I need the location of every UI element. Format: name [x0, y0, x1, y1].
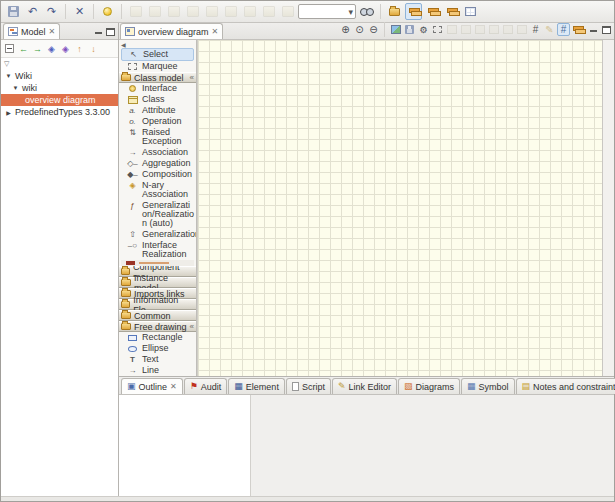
palette-tool-operation[interactable]: o. Operation [119, 116, 196, 127]
expander-icon[interactable]: ▶ [5, 109, 12, 116]
palette-tool-interface-realization[interactable]: –○ Interface Realization [119, 240, 196, 260]
edit-style-button[interactable]: ✎ [543, 23, 556, 36]
show-grid-button[interactable]: # [529, 23, 542, 36]
palette-tool-class[interactable]: Class [119, 94, 196, 105]
minimize-button[interactable] [589, 25, 598, 34]
create-tool-button-4[interactable] [184, 3, 201, 20]
export-image-button[interactable] [389, 23, 402, 36]
expander-icon[interactable]: ▼ [12, 85, 19, 91]
search-combo[interactable]: ▾ [298, 4, 356, 19]
close-icon[interactable]: ✕ [212, 27, 219, 36]
palette-tool-raised-exception[interactable]: ⇅ Raised Exception [119, 127, 196, 147]
move-down-button[interactable]: ↓ [87, 42, 100, 56]
palette-tool-composition[interactable]: ◆– Composition [119, 169, 196, 180]
tree-item-predefined-types[interactable]: ▶ PredefinedTypes 3.3.00 [1, 106, 118, 118]
redo-button[interactable]: ↷ [43, 3, 60, 20]
search-button[interactable] [358, 3, 375, 20]
undo-button[interactable]: ↶ [24, 3, 41, 20]
palette-tool-interface[interactable]: Interface [119, 83, 196, 94]
diagram-properties-button[interactable]: ⚙ [417, 23, 430, 36]
maximize-button[interactable] [602, 26, 611, 34]
palette-tool-generalization[interactable]: ⇧ Generalization [119, 229, 196, 240]
palette-section-free-drawing[interactable]: Free drawing « [119, 321, 196, 332]
palette-section-information-flow[interactable]: Information Flo... [119, 299, 196, 310]
tree-item-overview-diagram[interactable]: overview diagram [1, 94, 118, 106]
tab-symbol[interactable]: ▦ Symbol [461, 378, 515, 394]
save-diagram-button[interactable] [403, 23, 416, 36]
palette-tool-line[interactable]: → Line [119, 365, 196, 376]
palette-tool-text[interactable]: T Text [119, 354, 196, 365]
move-up-button[interactable]: ↑ [73, 42, 86, 56]
create-tool-button-9[interactable] [279, 3, 296, 20]
palette-section-instance-model[interactable]: Instance model [119, 277, 196, 288]
align-vertical-button[interactable] [515, 23, 528, 36]
tab-script[interactable]: Script [286, 378, 331, 394]
show-table-button[interactable] [462, 3, 479, 20]
palette-tool-ellipse[interactable]: Ellipse [119, 343, 196, 354]
browse-folder-button[interactable] [386, 3, 403, 20]
tree-item-wiki-package[interactable]: ▼ wiki [1, 82, 118, 94]
show-notes-button[interactable] [443, 3, 460, 20]
pin-icon[interactable]: « [190, 74, 194, 82]
show-links-button[interactable] [424, 3, 441, 20]
diagram-canvas[interactable] [197, 40, 602, 376]
palette-tool-nary-association[interactable]: ◈ N-ary Association [119, 180, 196, 200]
outline-view-content[interactable] [119, 395, 251, 496]
tab-model[interactable]: Model ✕ [3, 23, 60, 39]
palette-section-common[interactable]: Common [119, 310, 196, 321]
paste-style-button[interactable] [459, 23, 472, 36]
create-tool-button-3[interactable] [165, 3, 182, 20]
palette-tool-rectangle[interactable]: Rectangle [119, 332, 196, 343]
view-menu-button[interactable]: ▽ [4, 60, 9, 68]
palette-tool-marquee[interactable]: Marquee [119, 61, 196, 72]
palette-section-class-model[interactable]: Class model « [119, 72, 196, 83]
create-tool-button-6[interactable] [222, 3, 239, 20]
tab-diagrams[interactable]: ▧ Diagrams [398, 378, 460, 394]
zoom-out-button[interactable]: ⊖ [367, 23, 380, 36]
tab-element[interactable]: ▦ Element [228, 378, 285, 394]
minimize-button[interactable] [94, 27, 103, 36]
palette-tool-association[interactable]: → Association [119, 147, 196, 158]
copy-style-button[interactable] [445, 23, 458, 36]
align-horizontal-button[interactable] [501, 23, 514, 36]
navigate-back-button[interactable]: ← [17, 42, 30, 56]
tab-notes-and-constraints[interactable]: ▤ Notes and constraints [516, 378, 615, 394]
generalization-icon: ⇧ [126, 230, 139, 239]
create-tool-button-7[interactable] [241, 3, 258, 20]
create-tool-button-1[interactable] [127, 3, 144, 20]
create-tool-button-8[interactable] [260, 3, 277, 20]
close-icon[interactable]: ✕ [170, 382, 177, 391]
marquee-mode-button[interactable] [431, 23, 444, 36]
tab-outline[interactable]: ▣ Outline ✕ [121, 378, 183, 394]
collapse-all-button[interactable] [3, 42, 16, 56]
tree-item-wiki-project[interactable]: ▼ Wiki [1, 70, 118, 82]
raise-element-button[interactable] [473, 23, 486, 36]
vertical-scrollbar[interactable] [602, 40, 614, 376]
show-layers-button[interactable] [405, 3, 422, 20]
navigate-forward-button[interactable]: → [31, 42, 44, 56]
layers-button[interactable] [571, 23, 584, 36]
palette-tool-select[interactable]: ↖ Select [121, 48, 194, 61]
save-button[interactable] [5, 3, 22, 20]
configure-tools-button[interactable]: ✕ [71, 3, 88, 20]
expander-icon[interactable]: ▼ [5, 73, 12, 79]
tab-overview-diagram[interactable]: overview diagram ✕ [120, 23, 223, 39]
related-next-button[interactable]: ◈ [59, 42, 72, 56]
palette-tool-attribute[interactable]: a. Attribute [119, 105, 196, 116]
maximize-button[interactable] [106, 28, 115, 36]
tab-audit[interactable]: ⚑ Audit [184, 378, 228, 394]
palette-tool-aggregation[interactable]: ◇– Aggregation [119, 158, 196, 169]
close-icon[interactable]: ✕ [49, 27, 56, 36]
create-tool-button-2[interactable] [146, 3, 163, 20]
audit-hint-button[interactable] [99, 3, 116, 20]
create-tool-button-5[interactable] [203, 3, 220, 20]
pin-icon[interactable]: « [190, 323, 194, 331]
zoom-original-button[interactable]: ⊙ [353, 23, 366, 36]
tab-link-editor[interactable]: ✎ Link Editor [332, 378, 397, 394]
snap-to-grid-button[interactable]: # [557, 23, 570, 36]
palette-collapse-button[interactable]: ◀ [119, 40, 196, 48]
zoom-in-button[interactable]: ⊕ [339, 23, 352, 36]
lower-element-button[interactable] [487, 23, 500, 36]
palette-tool-generalization-realization-auto[interactable]: ƒ Generalization/Realization (auto) [119, 200, 196, 229]
related-previous-button[interactable]: ◈ [45, 42, 58, 56]
